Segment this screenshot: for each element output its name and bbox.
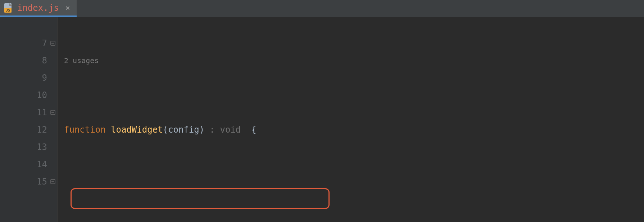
code-line-7[interactable]: function loadWidget(config) : void { <box>62 121 644 138</box>
line-number: 13 <box>0 138 47 156</box>
tab-bar: JS index.js × <box>0 0 644 17</box>
fold-minus-icon[interactable] <box>50 40 56 46</box>
tab-label: index.js <box>17 3 59 13</box>
fold-minus-icon[interactable] <box>50 110 56 115</box>
line-number: 15 <box>0 173 47 190</box>
line-number: 7 <box>0 35 47 52</box>
line-number: 14 <box>0 156 47 173</box>
highlight-box <box>71 188 330 209</box>
line-number: 8 <box>0 52 47 69</box>
fold-marker-icon[interactable] <box>50 179 56 185</box>
gutter: 7 8 9 10 11 12 13 14 15 <box>0 17 58 222</box>
line-number: 10 <box>0 86 47 104</box>
line-number: 12 <box>0 121 47 138</box>
line-number: 11 <box>0 104 47 121</box>
close-icon[interactable]: × <box>65 4 70 12</box>
code-area[interactable]: 2 usages function loadWidget(config) : v… <box>58 17 644 222</box>
editor: 7 8 9 10 11 12 13 14 15 2 usages functio… <box>0 17 644 222</box>
line-number: 9 <box>0 69 47 86</box>
tab-index-js[interactable]: JS index.js × <box>0 0 77 17</box>
js-file-icon: JS <box>4 3 14 13</box>
usages-hint[interactable]: 2 usages <box>62 52 644 69</box>
svg-text:JS: JS <box>6 8 10 12</box>
code-line-8[interactable]: const model : Model = new Model(config); <box>62 190 644 208</box>
